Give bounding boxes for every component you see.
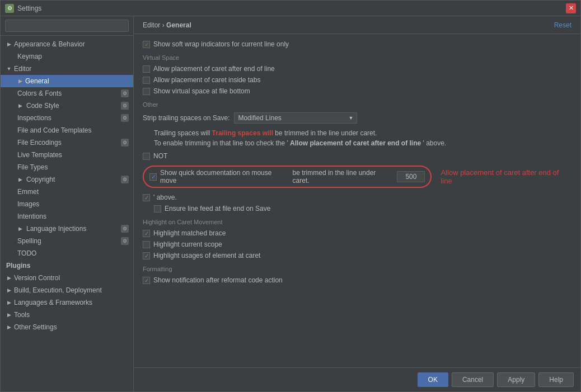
help-button[interactable]: Help [538, 372, 574, 387]
close-button[interactable]: ✕ [566, 3, 576, 13]
show-notification-reformat-label: Show notification after reformat code ac… [153, 276, 283, 284]
caret-after-end-checkbox[interactable] [143, 65, 150, 73]
badge-icon: ⚙ [121, 176, 129, 183]
delay-label: be trimmed in the line under caret. [293, 169, 394, 185]
sidebar-item-code-style[interactable]: ▶ Code Style ⚙ [1, 100, 133, 112]
highlight-matched-brace-checkbox[interactable] [143, 230, 150, 237]
sidebar-item-colors-fonts[interactable]: Colors & Fonts ⚙ [1, 87, 133, 100]
sidebar-item-label: Tools [13, 311, 30, 319]
highlight-current-scope-label: Highlight current scope [153, 240, 222, 248]
show-notification-reformat-checkbox[interactable] [143, 277, 150, 284]
apply-button[interactable]: Apply [497, 372, 535, 387]
breadcrumb-parent: Editor [143, 21, 160, 29]
other-section-label: Other [143, 101, 571, 108]
bottom-bar: OK Cancel Apply Help [134, 367, 580, 391]
sidebar-item-label: Live Templates [16, 151, 62, 159]
sidebar-item-label: General [24, 77, 49, 85]
arrow-icon: ▶ [5, 323, 13, 331]
sidebar-item-file-types[interactable]: File Types [1, 161, 133, 173]
badge-icon: ⚙ [121, 102, 129, 110]
quick-doc-checkbox[interactable] [149, 173, 157, 181]
sidebar-item-editor[interactable]: ▼ Editor [1, 63, 133, 75]
sidebar-item-copyright[interactable]: ▶ Copyright ⚙ [1, 173, 133, 186]
quick-doc-row: Show quick documentation on mouse move b… [143, 164, 571, 190]
dropdown-arrow-icon: ▼ [349, 115, 354, 121]
different-color-label: Ensure line feed at file end on Save [165, 205, 270, 212]
sidebar-item-plugins[interactable]: Plugins [1, 259, 133, 272]
sidebar-item-label: File Encodings [16, 139, 62, 147]
highlight-caret-section-label: Highlight on Caret Movement [143, 219, 571, 225]
cancel-button[interactable]: Cancel [452, 372, 494, 387]
sidebar-item-images[interactable]: Images [1, 198, 133, 210]
sidebar-item-label: TODO [16, 249, 36, 257]
highlight-current-scope-checkbox[interactable] [143, 241, 150, 248]
sidebar-item-version-control[interactable]: ▶ Version Control [1, 272, 133, 284]
arrow-icon: ▶ [5, 311, 13, 319]
sidebar-item-label: Inspections [16, 114, 51, 122]
warning-not: Trailing spaces will [212, 129, 275, 137]
highlight-current-scope-row: Highlight current scope [143, 239, 571, 250]
sidebar-item-file-code-templates[interactable]: File and Code Templates [1, 124, 133, 136]
badge-icon: ⚙ [121, 225, 129, 233]
soft-wrap-checkbox[interactable] [143, 41, 150, 48]
sidebar-item-todo[interactable]: TODO [1, 247, 133, 259]
sidebar-item-language-injections[interactable]: ▶ Language Injections ⚙ [1, 223, 133, 235]
sidebar-item-general[interactable]: ▶ General [1, 75, 133, 87]
sidebar-item-label: Appearance & Behavior [13, 40, 85, 48]
sidebar-item-label: Language Injections [25, 225, 86, 233]
sidebar-item-tools[interactable]: ▶ Tools [1, 309, 133, 321]
sidebar-item-label: Intentions [16, 212, 46, 220]
highlight-modified-row: ' above. [143, 192, 571, 203]
arrow-icon: ▶ [16, 77, 24, 85]
settings-window: ⚙ Settings ✕ ▶ Appearance & Behavior [0, 0, 581, 392]
highlight-usages-label: Highlight usages of element at caret [153, 252, 260, 259]
highlight-matched-brace-row: Highlight matched brace [143, 228, 571, 239]
sidebar-item-label: File and Code Templates [16, 126, 92, 134]
caret-inside-tabs-label: Allow placement of caret inside tabs [153, 76, 260, 84]
sidebar-item-intentions[interactable]: Intentions [1, 210, 133, 223]
sidebar-item-label: Build, Execution, Deployment [13, 286, 102, 294]
virtual-space-bottom-checkbox[interactable] [143, 88, 150, 95]
sidebar-item-other-settings[interactable]: ▶ Other Settings [1, 321, 133, 333]
panel-body: Show soft wrap indicators for current li… [134, 34, 580, 367]
delay-input[interactable] [397, 171, 425, 182]
ok-button[interactable]: OK [418, 372, 448, 387]
sidebar-item-label: Code Style [25, 102, 59, 110]
arrow-icon: ▶ [5, 286, 13, 294]
ensure-line-feed-checkbox[interactable] [143, 153, 150, 160]
sidebar-item-live-templates[interactable]: Live Templates [1, 149, 133, 161]
caret-inside-tabs-checkbox[interactable] [143, 77, 150, 84]
sidebar-item-emmet[interactable]: Emmet [1, 186, 133, 198]
sidebar-item-spelling[interactable]: Spelling ⚙ [1, 235, 133, 247]
strip-trailing-dropdown[interactable]: Modified Lines ▼ [234, 112, 357, 124]
highlight-modified-checkbox[interactable] [143, 194, 150, 201]
sidebar-item-file-encodings[interactable]: File Encodings ⚙ [1, 136, 133, 149]
search-input[interactable] [5, 20, 129, 32]
sidebar-item-label: Colors & Fonts [16, 89, 62, 97]
formatting-section-label: Formatting [143, 266, 571, 272]
sidebar-item-keymap[interactable]: Keymap [1, 50, 133, 63]
arrow-icon: ▶ [16, 225, 24, 233]
sidebar-item-build-execution[interactable]: ▶ Build, Execution, Deployment [1, 284, 133, 296]
breadcrumb-current: General [166, 21, 191, 29]
sidebar-item-inspections[interactable]: Inspections ⚙ [1, 112, 133, 124]
annotation-text: Allow placement of caret after end of li… [441, 168, 571, 185]
sidebar-item-appearance[interactable]: ▶ Appearance & Behavior [1, 38, 133, 50]
highlight-usages-checkbox[interactable] [143, 252, 150, 259]
highlight-usages-row: Highlight usages of element at caret [143, 250, 571, 261]
breadcrumb-separator: › [162, 21, 166, 29]
sidebar-item-label: Keymap [16, 53, 42, 60]
arrow-icon: ▶ [16, 176, 24, 183]
sidebar-item-label: Spelling [16, 237, 41, 245]
dropdown-value: Modified Lines [238, 114, 281, 122]
warning-pre: Trailing spaces will [154, 129, 212, 137]
sidebar-item-label: Version Control [13, 274, 60, 282]
arrow-icon: ▶ [5, 40, 13, 48]
reset-button[interactable]: Reset [554, 21, 571, 29]
caret-after-end-label: Allow placement of caret after end of li… [153, 65, 275, 73]
different-color-checkbox[interactable] [154, 205, 161, 212]
highlight-modified-label: ' above. [153, 193, 177, 201]
sidebar-item-languages-frameworks[interactable]: ▶ Languages & Frameworks [1, 296, 133, 309]
sidebar-item-label: Copyright [25, 176, 55, 183]
warning-line2: To enable trimming in that line too chec… [154, 138, 571, 148]
